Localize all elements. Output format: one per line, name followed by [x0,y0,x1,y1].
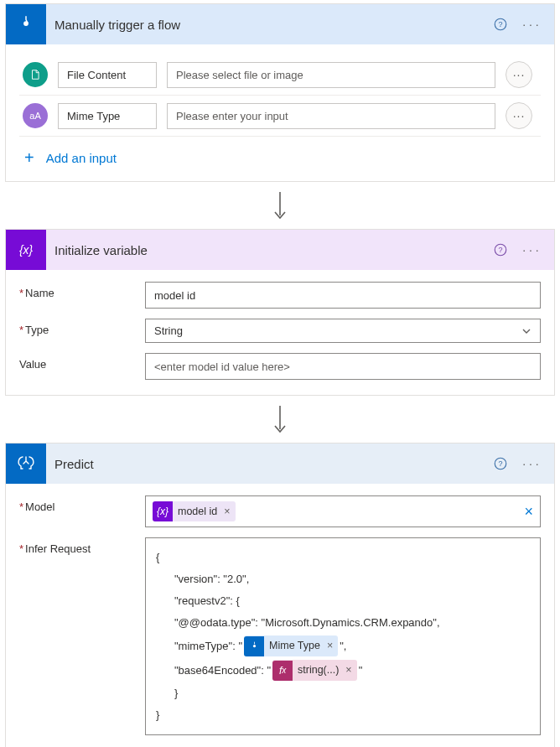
token-text: model id [173,506,222,517]
name-label: *Name [19,282,145,299]
type-label: *Type [19,319,145,336]
infer-label: *Infer Request [19,537,145,555]
type-row: *Type String [6,314,554,348]
plus-icon: + [24,148,34,168]
token-variable[interactable]: {x} model id × [153,501,236,521]
variable-icon: {x} [6,230,46,270]
input-label[interactable]: Mime Type [58,103,157,129]
token-text: Mime Type [264,635,325,656]
svg-text:{x}: {x} [19,244,33,257]
token-text: string(...) [293,660,344,681]
fx-icon: fx [272,661,293,681]
chevron-down-icon [521,326,531,336]
trigger-header[interactable]: Manually trigger a flow ? · · · [6,4,554,44]
trigger-icon [6,4,46,44]
input-row-file: File Content Please select file or image… [19,54,541,96]
value-row: Value <enter model id value here> [6,348,554,385]
predict-card: Predict ? · · · *Model {x} model id × × … [5,443,555,747]
trigger-card: Manually trigger a flow ? · · · File Con… [5,3,555,182]
trigger-icon [244,636,264,656]
variable-icon: {x} [153,501,173,521]
token-remove-icon[interactable]: × [222,506,235,517]
svg-text:?: ? [498,459,502,468]
trigger-title: Manually trigger a flow [46,18,485,32]
svg-point-8 [252,645,255,647]
input-more-button[interactable]: ··· [506,61,532,88]
add-input-label: Add an input [46,151,117,165]
infer-input[interactable]: { "version": "2.0", "requestv2": { "@@od… [145,537,541,735]
help-icon[interactable]: ? [485,235,516,265]
more-icon[interactable]: · · · [516,449,546,479]
predict-header[interactable]: Predict ? · · · [6,444,554,484]
token-remove-icon[interactable]: × [325,635,338,656]
token-expression[interactable]: fx string(...) × [272,660,357,681]
value-label: Value [19,353,145,371]
name-input[interactable]: model id [145,282,541,309]
token-trigger[interactable]: Mime Type × [244,635,338,656]
more-icon[interactable]: · · · [516,9,546,39]
arrow-connector [0,192,560,222]
type-select[interactable]: String [145,319,541,343]
svg-text:?: ? [498,246,502,254]
more-icon[interactable]: · · · [516,235,546,265]
model-input[interactable]: {x} model id × × [145,495,541,527]
type-value: String [154,324,183,337]
predict-icon [6,444,46,484]
help-icon[interactable]: ? [485,9,516,39]
text-icon: aA [23,103,48,128]
value-input[interactable]: <enter model id value here> [145,353,541,380]
model-row: *Model {x} model id × × [6,490,554,532]
infer-row: *Infer Request { "version": "2.0", "requ… [6,532,554,740]
name-row: *Name model id [6,277,554,314]
initvar-title: Initialize variable [46,243,485,257]
add-input-button[interactable]: + Add an input [19,137,541,171]
model-label: *Model [19,495,145,513]
input-label[interactable]: File Content [58,62,157,88]
help-icon[interactable]: ? [485,449,516,479]
initvar-header[interactable]: {x} Initialize variable ? · · · [6,230,554,270]
trigger-body: File Content Please select file or image… [6,44,554,181]
input-row-mime: aA Mime Type Please enter your input ··· [19,96,541,137]
svg-text:?: ? [498,20,502,29]
initvar-card: {x} Initialize variable ? · · · *Name mo… [5,229,555,396]
token-remove-icon[interactable]: × [344,660,356,681]
input-value[interactable]: Please select file or image [167,62,495,88]
input-more-button[interactable]: ··· [506,102,532,129]
predict-title: Predict [46,457,485,471]
arrow-connector [0,406,560,436]
clear-icon[interactable]: × [524,503,533,521]
input-value[interactable]: Please enter your input [167,103,495,129]
file-icon [23,62,48,87]
